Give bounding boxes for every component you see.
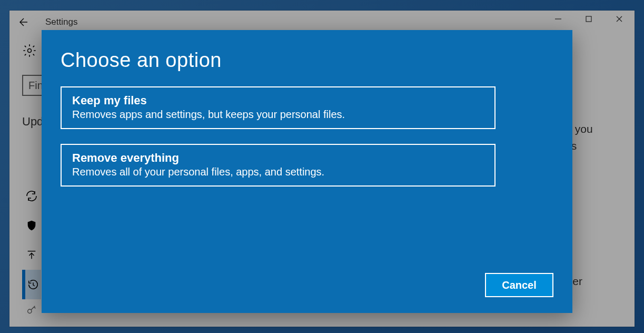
cancel-button[interactable]: Cancel — [485, 273, 553, 297]
cancel-label: Cancel — [502, 279, 537, 291]
option-desc: Removes all of your personal files, apps… — [72, 166, 484, 178]
option-remove-everything[interactable]: Remove everything Removes all of your pe… — [61, 144, 496, 187]
option-keep-files[interactable]: Keep my files Removes apps and settings,… — [61, 86, 496, 129]
reset-dialog: Choose an option Keep my files Removes a… — [42, 30, 572, 313]
option-desc: Removes apps and settings, but keeps you… — [72, 109, 484, 121]
dialog-title: Choose an option — [61, 49, 553, 72]
option-title: Keep my files — [72, 94, 484, 107]
option-title: Remove everything — [72, 151, 484, 165]
